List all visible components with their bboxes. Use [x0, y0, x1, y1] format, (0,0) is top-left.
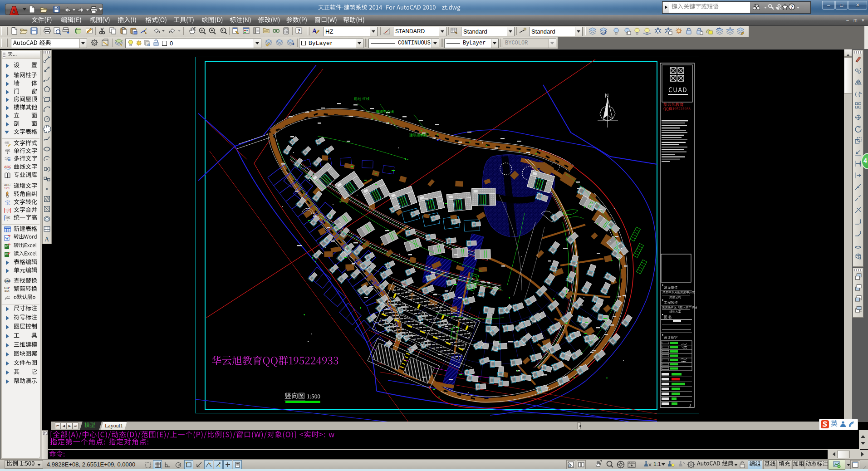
svg-text:123: 123 [4, 186, 10, 190]
svg-text:ABC: ABC [4, 183, 10, 186]
svg-text:ABC: ABC [4, 165, 11, 169]
svg-text:A: A [44, 236, 49, 243]
svg-text:abc: abc [5, 280, 10, 283]
svg-text:GB: GB [4, 286, 9, 289]
svg-text:?: ? [298, 28, 300, 34]
svg-text:W: W [5, 236, 9, 240]
svg-text:BIG: BIG [5, 290, 10, 293]
svg-text:?: ? [790, 4, 793, 10]
